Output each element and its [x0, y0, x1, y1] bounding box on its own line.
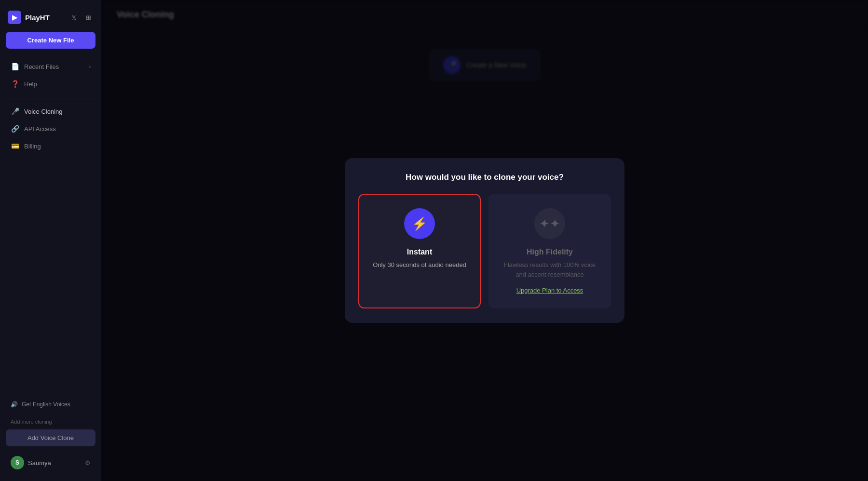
- get-english-voices-label: Get English Voices: [22, 401, 70, 408]
- instant-option-card[interactable]: ⚡ Instant Only 30 seconds of audio neede…: [358, 194, 481, 308]
- logo-icon: ▶: [8, 11, 21, 24]
- sidebar-item-api-access[interactable]: 🔗 API Access: [6, 120, 95, 137]
- get-english-voices[interactable]: 🔊 Get English Voices: [6, 397, 95, 412]
- upgrade-plan-link[interactable]: Upgrade Plan to Access: [516, 287, 583, 294]
- clone-options: ⚡ Instant Only 30 seconds of audio neede…: [358, 194, 611, 308]
- chevron-right-icon: ›: [89, 64, 91, 69]
- instant-description: Only 30 seconds of audio needed: [373, 260, 466, 270]
- app-name: PlayHT: [25, 13, 50, 22]
- sidebar-item-label: Recent Files: [24, 63, 59, 70]
- high-fidelity-option-card[interactable]: ✦✦ High Fidelity Flawless results with 1…: [488, 194, 611, 308]
- modal-backdrop[interactable]: How would you like to clone your voice? …: [101, 0, 868, 481]
- sidebar-item-label: Voice Cloning: [24, 108, 63, 115]
- api-icon: 🔗: [11, 125, 19, 133]
- clone-voice-modal: How would you like to clone your voice? …: [345, 158, 624, 323]
- help-icon: ❓: [11, 80, 19, 88]
- twitter-icon[interactable]: 𝕏: [68, 12, 79, 23]
- lightning-icon: ⚡: [412, 216, 427, 231]
- sidebar-item-help[interactable]: ❓ Help: [6, 76, 95, 92]
- instant-icon-circle: ⚡: [404, 208, 435, 239]
- high-fidelity-title: High Fidelity: [527, 248, 573, 256]
- sidebar-item-label: Help: [24, 80, 37, 88]
- high-fidelity-description: Flawless results with 100% voice and acc…: [499, 260, 600, 279]
- social-icons: 𝕏 ⊞: [68, 12, 94, 23]
- sidebar-item-recent-files[interactable]: 📄 Recent Files ›: [6, 58, 95, 75]
- instant-title: Instant: [407, 248, 432, 256]
- modal-title: How would you like to clone your voice?: [358, 173, 611, 182]
- sparkles-icon: ✦✦: [539, 216, 560, 231]
- add-voice-clone-button[interactable]: Add Voice Clone: [6, 429, 95, 446]
- voice-cloning-icon: 🎤: [11, 107, 19, 115]
- sidebar-item-billing[interactable]: 💳 Billing: [6, 138, 95, 154]
- settings-icon[interactable]: ⚙: [85, 459, 91, 467]
- sidebar-item-label: Billing: [24, 143, 41, 150]
- sidebar-item-voice-cloning[interactable]: 🎤 Voice Cloning: [6, 103, 95, 120]
- add-more-label: Add more cloning: [6, 417, 95, 427]
- high-fidelity-icon-circle: ✦✦: [534, 208, 565, 239]
- user-profile[interactable]: S Saumya ⚙: [6, 452, 95, 473]
- voices-icon: 🔊: [11, 401, 18, 408]
- discord-icon[interactable]: ⊞: [83, 12, 94, 23]
- add-more-section: Add more cloning Add Voice Clone: [6, 417, 95, 452]
- sidebar-divider-1: [6, 98, 95, 98]
- create-new-file-button[interactable]: Create New File: [6, 32, 95, 49]
- recent-files-icon: 📄: [11, 63, 19, 70]
- sidebar-item-label: API Access: [24, 125, 56, 133]
- logo-area: ▶ PlayHT 𝕏 ⊞: [6, 8, 95, 32]
- avatar: S: [11, 456, 24, 469]
- sidebar: ▶ PlayHT 𝕏 ⊞ Create New File 📄 Recent Fi…: [0, 0, 101, 481]
- username: Saumya: [28, 459, 51, 467]
- sidebar-bottom: 🔊 Get English Voices Add more cloning Ad…: [6, 397, 95, 473]
- billing-icon: 💳: [11, 142, 19, 150]
